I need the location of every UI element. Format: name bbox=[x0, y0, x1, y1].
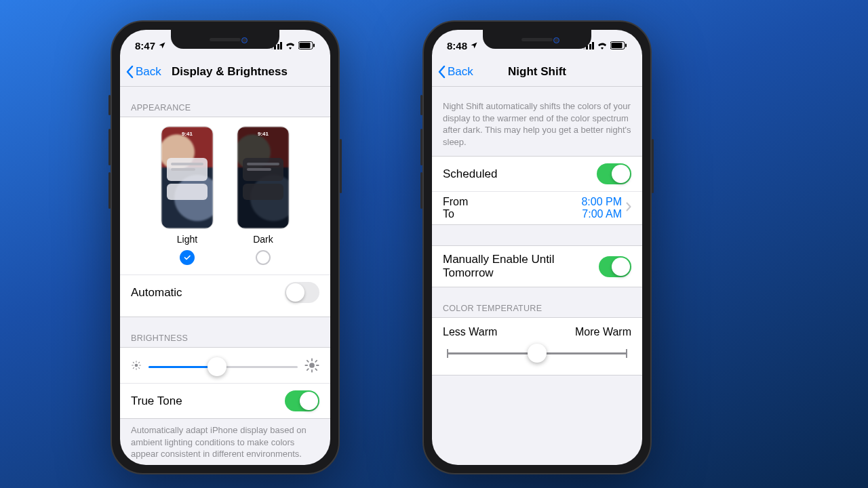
color-temperature-slider[interactable] bbox=[447, 344, 627, 363]
svg-rect-22 bbox=[612, 43, 623, 48]
schedule-row[interactable]: From To 8:00 PM 7:00 AM bbox=[432, 191, 642, 224]
wifi-icon bbox=[285, 41, 296, 49]
status-time: 8:48 bbox=[447, 40, 467, 52]
page-title: Night Shift bbox=[432, 57, 642, 87]
truetone-toggle[interactable] bbox=[285, 390, 319, 411]
automatic-label: Automatic bbox=[131, 286, 182, 300]
color-temperature-header: COLOR TEMPERATURE bbox=[432, 287, 642, 317]
automatic-toggle[interactable] bbox=[285, 282, 319, 303]
battery-icon bbox=[298, 41, 315, 49]
location-icon bbox=[158, 41, 166, 49]
nav-bar: Back Night Shift bbox=[432, 57, 642, 87]
appearance-light-option[interactable]: 9:41 Light bbox=[161, 127, 213, 265]
notch bbox=[171, 30, 279, 49]
dark-label: Dark bbox=[253, 234, 273, 245]
brightness-slider[interactable] bbox=[149, 357, 298, 376]
dark-preview: 9:41 bbox=[237, 127, 289, 228]
more-warm-label: More Warm bbox=[575, 326, 631, 338]
svg-line-20 bbox=[315, 361, 317, 362]
scheduled-label: Scheduled bbox=[443, 167, 497, 181]
svg-rect-1 bbox=[300, 43, 311, 48]
truetone-description: Automatically adapt iPhone display based… bbox=[120, 419, 330, 464]
sun-large-icon bbox=[304, 358, 319, 375]
wifi-icon bbox=[597, 41, 608, 49]
status-time: 8:47 bbox=[135, 40, 155, 52]
light-radio[interactable] bbox=[180, 250, 195, 265]
night-shift-description: Night Shift automatically shifts the col… bbox=[432, 87, 642, 152]
scheduled-toggle[interactable] bbox=[597, 163, 631, 184]
appearance-group: 9:41 Light bbox=[120, 117, 330, 317]
appearance-dark-option[interactable]: 9:41 Dark bbox=[237, 127, 289, 265]
sun-small-icon bbox=[131, 360, 142, 373]
light-label: Light bbox=[177, 234, 197, 245]
battery-icon bbox=[610, 41, 627, 49]
from-value: 8:00 PM bbox=[581, 196, 622, 208]
to-label: To bbox=[443, 208, 468, 220]
brightness-slider-row bbox=[120, 348, 330, 383]
svg-line-9 bbox=[138, 367, 139, 368]
from-label: From bbox=[443, 196, 468, 208]
svg-point-3 bbox=[135, 364, 138, 367]
svg-rect-23 bbox=[625, 44, 627, 47]
svg-point-12 bbox=[309, 363, 315, 368]
less-warm-label: Less Warm bbox=[443, 326, 497, 338]
location-icon bbox=[470, 41, 478, 49]
chevron-right-icon bbox=[626, 201, 631, 215]
svg-line-11 bbox=[138, 362, 139, 363]
truetone-label: True Tone bbox=[131, 394, 182, 408]
page-title: Display & Brightness bbox=[120, 57, 330, 87]
brightness-header: BRIGHTNESS bbox=[120, 317, 330, 347]
manual-enable-toggle[interactable] bbox=[599, 256, 631, 277]
phone-display-brightness: 8:47 bbox=[111, 20, 340, 474]
svg-line-10 bbox=[133, 367, 134, 368]
manual-enable-label: Manually Enable Until Tomorrow bbox=[443, 253, 599, 280]
nav-bar: Back Display & Brightness bbox=[120, 57, 330, 87]
svg-line-18 bbox=[315, 369, 317, 370]
svg-line-17 bbox=[307, 361, 309, 362]
svg-line-8 bbox=[133, 362, 134, 363]
svg-rect-2 bbox=[313, 44, 315, 47]
light-preview: 9:41 bbox=[161, 127, 213, 228]
to-value: 7:00 AM bbox=[581, 208, 622, 220]
notch bbox=[483, 30, 591, 49]
appearance-header: APPEARANCE bbox=[120, 87, 330, 117]
svg-line-19 bbox=[307, 369, 309, 370]
phone-night-shift: 8:48 bbox=[422, 20, 652, 474]
dark-radio[interactable] bbox=[256, 250, 271, 265]
